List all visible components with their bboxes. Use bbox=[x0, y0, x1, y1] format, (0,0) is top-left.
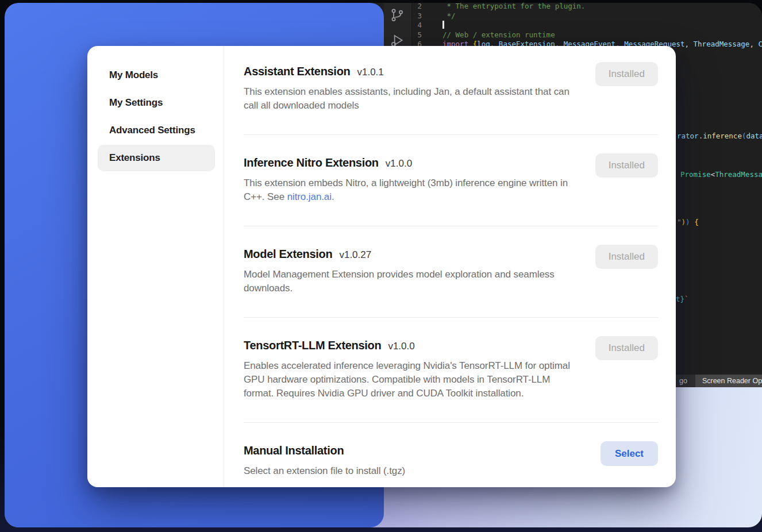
manual-installation-title: Manual Installation bbox=[244, 444, 344, 457]
installed-button[interactable]: Installed bbox=[595, 62, 658, 86]
extension-row-assistant-extension: Assistant Extensionv1.0.1This extension … bbox=[244, 46, 658, 135]
editor-code-lines: 2 * The entrypoint for the plugin.3 */45… bbox=[400, 3, 762, 49]
code-fragment-1: rator.inference(data)); bbox=[677, 132, 762, 141]
status-left-label: go bbox=[679, 377, 687, 385]
extension-version: v1.0.0 bbox=[386, 158, 412, 169]
installed-button[interactable]: Installed bbox=[595, 245, 658, 269]
extension-description: This extension enables assistants, inclu… bbox=[244, 85, 583, 113]
extension-name: Assistant Extension bbox=[244, 65, 350, 78]
extension-version: v1.0.27 bbox=[339, 249, 371, 260]
sidebar-item-advanced-settings[interactable]: Advanced Settings bbox=[98, 117, 215, 144]
sidebar-item-my-settings[interactable]: My Settings bbox=[98, 90, 215, 116]
extension-description: Model Management Extension provides mode… bbox=[244, 268, 583, 295]
extension-description: Enables accelerated inference leveraging… bbox=[244, 359, 583, 400]
manual-installation-description: Select an extension file to install (.tg… bbox=[244, 464, 583, 478]
code-fragment-4: t}` bbox=[676, 295, 689, 304]
code-fragment-3: ")) { bbox=[677, 218, 699, 227]
hero-image: 2 * The entrypoint for the plugin.3 */45… bbox=[5, 3, 762, 527]
manual-installation-row: Manual Installation Select an extension … bbox=[244, 423, 658, 487]
code-line-5: 5// Web / extension runtime bbox=[400, 30, 762, 40]
select-file-button[interactable]: Select bbox=[601, 441, 658, 466]
extension-row-tensortrt-llm-extension: TensortRT-LLM Extensionv1.0.0Enables acc… bbox=[244, 318, 658, 423]
editor-status-bar: go Screen Reader Optimize bbox=[665, 375, 762, 387]
extension-name: Inference Nitro Extension bbox=[244, 156, 379, 169]
extensions-list: Assistant Extensionv1.0.1This extension … bbox=[224, 46, 676, 487]
code-fragment-2: Promise<ThreadMessage> bbox=[680, 170, 762, 179]
extension-name: Model Extension bbox=[244, 248, 332, 260]
extension-name: TensortRT-LLM Extension bbox=[244, 339, 381, 352]
screenshot-canvas: 2 * The entrypoint for the plugin.3 */45… bbox=[0, 0, 762, 532]
settings-panel: My ModelsMy SettingsAdvanced SettingsExt… bbox=[87, 46, 676, 487]
code-line-3: 3 */ bbox=[400, 11, 762, 21]
installed-button[interactable]: Installed bbox=[595, 153, 658, 178]
status-screen-reader-item: Screen Reader Optimize bbox=[695, 375, 762, 387]
nitro-jan-ai-link[interactable]: nitro.jan.ai. bbox=[287, 191, 334, 202]
sidebar-item-extensions[interactable]: Extensions bbox=[98, 145, 215, 171]
extension-version: v1.0.0 bbox=[388, 341, 414, 352]
code-line-4: 4 bbox=[400, 21, 762, 30]
sidebar-item-my-models[interactable]: My Models bbox=[98, 62, 215, 88]
text-cursor bbox=[442, 21, 444, 29]
extension-row-inference-nitro-extension: Inference Nitro Extensionv1.0.0This exte… bbox=[244, 135, 658, 226]
code-line-2: 2 * The entrypoint for the plugin. bbox=[400, 3, 762, 11]
settings-sidebar: My ModelsMy SettingsAdvanced SettingsExt… bbox=[87, 46, 224, 487]
extension-row-model-extension: Model Extensionv1.0.27Model Management E… bbox=[244, 226, 658, 318]
installed-button[interactable]: Installed bbox=[595, 336, 658, 360]
extension-description: This extension embeds Nitro, a lightweig… bbox=[244, 176, 583, 204]
extension-version: v1.0.1 bbox=[357, 67, 383, 78]
